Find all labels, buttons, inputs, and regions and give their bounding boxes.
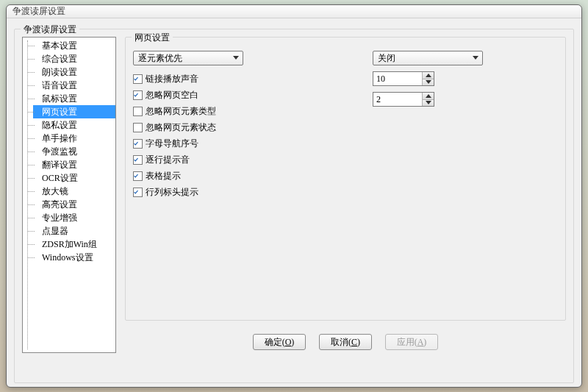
tree-item[interactable]: ZDSR加Win组 [33,238,115,251]
tree-item[interactable]: 高亮设置 [33,198,115,211]
right-combo-value: 关闭 [378,52,395,65]
chevron-down-icon [470,53,481,63]
checkbox-label: 忽略网页空白 [146,89,198,101]
tree-item[interactable]: Windows设置 [33,251,115,264]
ok-button-suffix: ) [291,337,294,348]
tree-item[interactable]: 翻译设置 [33,158,115,171]
spin-down-icon[interactable] [423,79,434,86]
spin-2-value: 2 [373,93,422,106]
tree-item[interactable]: 基本设置 [33,39,115,52]
checkbox-row[interactable]: 行列标头提示 [133,186,198,199]
tree-item-label: ZDSR加Win组 [42,239,97,249]
ok-button-key: O [285,337,292,348]
checkbox-label: 忽略网页元素状态 [146,121,216,134]
ok-button-prefix: 确定( [265,336,285,349]
tree-item-label: 放大镜 [42,186,68,196]
checkbox-row[interactable]: 链接播放声音 [133,73,198,85]
svg-marker-1 [473,56,478,60]
tree-item-label: 鼠标设置 [42,93,77,104]
tree-item[interactable]: 网页设置 [33,105,115,118]
client-area: 争渡读屏设置 基本设置综合设置朗读设置语音设置鼠标设置网页设置隐私设置单手操作争… [7,18,581,391]
tree-item[interactable]: 单手操作 [33,132,115,145]
spin-2[interactable]: 2 [373,92,434,107]
svg-marker-5 [426,101,431,104]
tree-item[interactable]: 争渡监视 [33,145,115,158]
checkbox-icon[interactable] [133,155,143,165]
checkbox-icon[interactable] [133,107,143,116]
panel-wrap: 网页设置 逐元素优先 关闭 10 [125,37,566,353]
tree-item-label: 网页设置 [42,107,77,117]
tree-item-label: Windows设置 [42,252,93,263]
spin-down-icon[interactable] [423,100,434,107]
tree-item-label: 点显器 [42,226,68,236]
apply-button-prefix: 应用( [397,336,417,349]
tree-item[interactable]: 综合设置 [33,52,115,65]
chevron-down-icon [231,53,241,63]
right-combo[interactable]: 关闭 [373,51,483,65]
titlebar[interactable]: 争渡读屏设置 [7,5,581,18]
spin-up-icon[interactable] [423,72,434,79]
tree-item-label: OCR设置 [42,173,78,183]
checkbox-icon[interactable] [133,90,143,100]
checkbox-label: 表格提示 [146,170,181,182]
svg-marker-0 [233,56,239,60]
checkbox-icon[interactable] [133,74,143,84]
checkbox-row[interactable]: 逐行提示音 [133,154,190,166]
tree-item-label: 朗读设置 [42,67,77,77]
spin-2-buttons [422,93,434,106]
cancel-button-prefix: 取消( [331,336,351,349]
tree-item-label: 专业增强 [42,213,77,223]
tree-item-label: 语音设置 [42,80,77,90]
checkbox-label: 链接播放声音 [146,73,198,85]
mode-combo[interactable]: 逐元素优先 [133,51,243,65]
webpage-settings-panel: 网页设置 逐元素优先 关闭 10 [125,37,566,321]
checkbox-row[interactable]: 表格提示 [133,170,181,182]
tree-item[interactable]: 语音设置 [33,79,115,92]
checkbox-label: 行列标头提示 [146,186,198,199]
apply-button-suffix: ) [423,337,426,348]
cancel-button-key: C [351,337,357,348]
tree-item[interactable]: 放大镜 [33,185,115,198]
category-tree[interactable]: 基本设置综合设置朗读设置语音设置鼠标设置网页设置隐私设置单手操作争渡监视翻译设置… [22,37,116,353]
dialog-buttons: 确定(O) 取消(C) 应用(A) [125,334,566,350]
spin-1-buttons [422,72,434,85]
cancel-button[interactable]: 取消(C) [319,334,372,350]
checkbox-label: 忽略网页元素类型 [146,105,216,118]
spin-1-value: 10 [373,72,422,85]
tree-item-label: 隐私设置 [42,120,77,130]
tree-item-label: 基本设置 [42,40,77,51]
spin-1[interactable]: 10 [373,71,434,86]
tree-item[interactable]: 朗读设置 [33,65,115,79]
checkbox-icon[interactable] [133,123,143,132]
checkbox-row[interactable]: 忽略网页元素状态 [133,121,216,134]
svg-marker-2 [426,74,431,77]
checkbox-row[interactable]: 忽略网页空白 [133,89,198,101]
ok-button[interactable]: 确定(O) [253,334,306,350]
groupbox-title: 争渡读屏设置 [21,24,79,36]
tree-item[interactable]: OCR设置 [33,171,115,185]
tree-item-label: 综合设置 [42,54,77,64]
tree-item[interactable]: 隐私设置 [33,118,115,132]
checkbox-label: 字母导航序号 [146,138,198,150]
tree-item[interactable]: 鼠标设置 [33,92,115,105]
apply-button-key: A [417,337,424,348]
tree-item-label: 高亮设置 [42,199,77,210]
checkbox-row[interactable]: 忽略网页元素类型 [133,105,216,118]
apply-button[interactable]: 应用(A) [385,334,438,350]
tree-item[interactable]: 点显器 [33,224,115,238]
svg-marker-4 [426,94,431,98]
spin-up-icon[interactable] [423,93,434,100]
main-groupbox: 争渡读屏设置 基本设置综合设置朗读设置语音设置鼠标设置网页设置隐私设置单手操作争… [14,29,574,383]
checkbox-row[interactable]: 字母导航序号 [133,138,198,150]
settings-window: 争渡读屏设置 争渡读屏设置 基本设置综合设置朗读设置语音设置鼠标设置网页设置隐私… [6,4,582,388]
checkbox-icon[interactable] [133,139,143,149]
panel-title: 网页设置 [132,32,173,44]
window-title: 争渡读屏设置 [12,5,65,18]
tree-item-label: 翻译设置 [42,160,77,170]
tree-item[interactable]: 专业增强 [33,211,115,224]
checkbox-icon[interactable] [133,188,143,197]
checkbox-icon[interactable] [133,171,143,181]
tree-item-label: 单手操作 [42,133,77,143]
svg-marker-3 [426,80,431,84]
checkbox-label: 逐行提示音 [146,154,190,166]
